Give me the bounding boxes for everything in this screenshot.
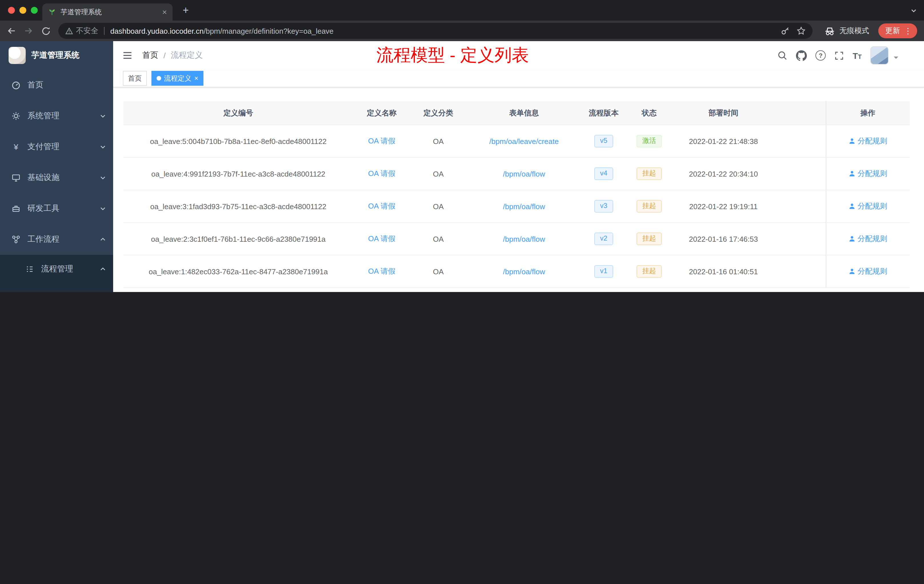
user-icon (848, 170, 855, 177)
status-badge: 挂起 (637, 233, 662, 245)
sidebar-item-payment[interactable]: ¥ 支付管理 (0, 132, 113, 162)
definition-id: oa_leave:2:3c1f0ef1-76b1-11ec-9c66-a2380… (124, 223, 353, 255)
assign-rule-link[interactable]: 分配规则 (848, 234, 888, 244)
tab-close-icon[interactable]: × (162, 8, 167, 16)
user-icon (848, 203, 855, 210)
app-title: 芋道管理系统 (31, 50, 79, 61)
definition-category: OA (410, 223, 466, 255)
assign-rule-link[interactable]: 分配规则 (848, 168, 888, 179)
incognito-badge: 无痕模式 (818, 25, 875, 36)
reload-button[interactable] (39, 24, 53, 38)
favicon-leaf-icon (48, 8, 56, 16)
tag-home[interactable]: 首页 (123, 71, 147, 86)
search-icon[interactable] (777, 50, 787, 61)
col-definition-id: 定义编号 (124, 101, 353, 125)
form-link[interactable]: /bpm/oa/leave/create (489, 137, 559, 145)
definition-category: OA (410, 157, 466, 190)
definition-name-link[interactable]: OA 请假 (368, 169, 395, 178)
browser-toolbar: 不安全 dashboard.yudao.iocoder.cn /bpm/mana… (0, 21, 924, 41)
sidebar-item-process-form[interactable]: 流程表单 (0, 284, 113, 292)
sidebar-item-label: 支付管理 (27, 142, 59, 152)
top-navbar: 首页 / 流程定义 流程模型 - 定义列表 ? TT (113, 41, 924, 70)
version-badge: v4 (594, 167, 613, 180)
deploy-time: 2022-01-16 01:40:51 (673, 255, 774, 288)
avatar[interactable] (870, 46, 889, 64)
key-icon[interactable] (780, 26, 790, 35)
version-badge: v1 (594, 265, 613, 278)
toolbox-icon (12, 204, 21, 213)
red-annotation-title: 流程模型 - 定义列表 (376, 44, 528, 67)
deploy-time: 2022-01-22 21:48:38 (673, 125, 774, 157)
definition-category: OA (410, 255, 466, 288)
tags-view: 首页 流程定义 × (113, 70, 924, 87)
tag-close-icon[interactable]: × (194, 75, 198, 82)
assign-rule-link[interactable]: 分配规则 (848, 201, 888, 211)
definition-category: OA (410, 125, 466, 157)
forward-button[interactable] (22, 24, 35, 38)
col-form-info: 表单信息 (466, 101, 582, 125)
table-row: oa_leave:5:004b710b-7b8a-11ec-8ef0-acde4… (124, 125, 910, 157)
hamburger-icon[interactable] (122, 50, 133, 61)
form-link[interactable]: /bpm/oa/flow (503, 267, 545, 276)
tag-process-definition[interactable]: 流程定义 × (152, 71, 203, 86)
breadcrumb-current: 流程定义 (171, 50, 203, 61)
bookmark-star-icon[interactable] (797, 26, 806, 35)
user-icon (848, 268, 855, 275)
deploy-time: 2022-01-16 17:46:53 (673, 223, 774, 255)
address-bar[interactable]: 不安全 dashboard.yudao.iocoder.cn /bpm/mana… (58, 23, 813, 39)
sidebar-item-home[interactable]: 首页 (0, 70, 113, 101)
form-link[interactable]: /bpm/oa/flow (503, 202, 545, 211)
breadcrumb: 首页 / 流程定义 (142, 50, 203, 61)
fullscreen-icon[interactable] (834, 51, 844, 60)
maximize-window-button[interactable] (31, 7, 38, 14)
sidebar-item-process-management[interactable]: 流程管理 (0, 255, 113, 284)
definition-name-link[interactable]: OA 请假 (368, 234, 395, 243)
form-link[interactable]: /bpm/oa/flow (503, 170, 545, 178)
definition-id: oa_leave:5:004b710b-7b8a-11ec-8ef0-acde4… (124, 125, 353, 157)
sidebar-item-label: 首页 (27, 80, 43, 90)
tab-search-chevron-icon[interactable] (910, 7, 917, 14)
divider (104, 27, 105, 35)
github-icon[interactable] (796, 50, 807, 61)
browser-tab[interactable]: 芋道管理系统 × (42, 3, 173, 21)
new-tab-button[interactable]: + (180, 5, 192, 17)
status-badge: 挂起 (637, 265, 662, 278)
font-size-icon[interactable]: TT (853, 51, 862, 60)
tag-label: 流程定义 (164, 73, 191, 83)
workflow-icon (12, 235, 21, 244)
sidebar-item-label: 流程管理 (41, 264, 73, 274)
form-link[interactable]: /bpm/oa/flow (503, 234, 545, 243)
table-row: oa_leave:4:991f2193-7b7f-11ec-a3c8-acde4… (124, 157, 910, 190)
status-badge: 挂起 (637, 167, 662, 180)
chevron-down-icon (99, 174, 106, 181)
minimize-window-button[interactable] (20, 7, 26, 14)
sidebar-item-workflow[interactable]: 工作流程 (0, 224, 113, 255)
col-actions: 操作 (826, 101, 910, 125)
definition-name-link[interactable]: OA 请假 (368, 202, 395, 210)
help-icon[interactable]: ? (815, 50, 826, 61)
definition-name-link[interactable]: OA 请假 (368, 137, 395, 145)
filler-cell (774, 157, 826, 190)
sidebar-item-infrastructure[interactable]: 基础设施 (0, 162, 113, 193)
chevron-up-icon (99, 236, 106, 243)
app-logo[interactable]: 芋道管理系统 (0, 41, 113, 70)
definition-id: oa_leave:4:991f2193-7b7f-11ec-a3c8-acde4… (124, 157, 353, 190)
sidebar-item-system[interactable]: 系统管理 (0, 101, 113, 132)
assign-rule-link[interactable]: 分配规则 (848, 136, 888, 146)
status-badge: 挂起 (637, 200, 662, 213)
definition-name-link[interactable]: OA 请假 (368, 267, 395, 276)
app-window: 芋道管理系统 首页 系统管理 ¥ 支付管理 基础设施 (0, 41, 924, 292)
assign-rule-link[interactable]: 分配规则 (848, 266, 888, 277)
gear-icon (12, 111, 21, 120)
breadcrumb-home[interactable]: 首页 (142, 50, 158, 61)
screen: 芋道管理系统 × + 不安全 dashboard.yudao.iocoder.c… (0, 0, 924, 292)
sidebar-item-rd-tools[interactable]: 研发工具 (0, 193, 113, 224)
table-row: oa_leave:1:482ec033-762a-11ec-8477-a2380… (124, 255, 910, 288)
sidebar-item-label: 工作流程 (27, 234, 59, 244)
warning-icon (65, 27, 73, 35)
close-window-button[interactable] (8, 7, 15, 14)
tag-label: 首页 (128, 73, 142, 83)
main-panel: 首页 / 流程定义 流程模型 - 定义列表 ? TT 首页 (113, 41, 924, 292)
browser-update-menu-button[interactable]: 更新 ⋮ (878, 23, 917, 38)
back-button[interactable] (5, 24, 18, 38)
